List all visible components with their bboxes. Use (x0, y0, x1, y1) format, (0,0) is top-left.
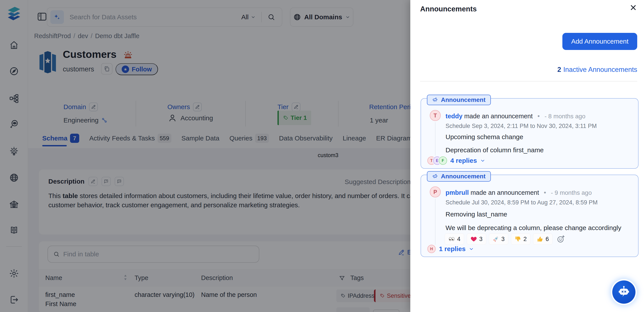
megaphone-icon (432, 97, 438, 103)
avatar: P (430, 187, 441, 197)
thumbs-up-emoji-icon (537, 236, 543, 242)
announcement-card: T teddy made an announcement • - 8 month… (420, 98, 638, 169)
reactions-row: 4 3 3 2 6 (445, 233, 565, 245)
eyes-emoji-icon (448, 236, 455, 242)
add-reaction-button[interactable] (556, 235, 565, 243)
thumbs-down-emoji-icon (515, 236, 521, 242)
reaction-thumbs-up[interactable]: 6 (533, 233, 552, 245)
heart-emoji-icon (470, 236, 477, 242)
author-link[interactable]: teddy (446, 113, 462, 120)
replies-toggle[interactable]: 1 replies (439, 245, 474, 253)
add-announcement-button[interactable]: Add Announcement (562, 33, 637, 50)
inactive-announcements-link[interactable]: 2Inactive Announcements (557, 66, 637, 74)
chatbot-button[interactable] (612, 280, 636, 304)
reply-avatar: F (439, 157, 447, 165)
announcement-body: Deprecation of column first_name (446, 146, 544, 154)
replies-toggle[interactable]: 4 replies (450, 157, 485, 164)
schedule-text: Schedule Jul 30, 2024, 8:59 PM to Aug 27… (446, 199, 598, 206)
rocket-emoji-icon (492, 236, 499, 242)
timestamp: - 9 months ago (551, 189, 592, 196)
announcement-title: Removing last_name (446, 211, 507, 218)
announcement-badge: Announcement (427, 95, 491, 105)
chevron-down-icon (480, 158, 485, 163)
timestamp: - 8 months ago (544, 113, 585, 120)
author-link[interactable]: pmbrull (446, 189, 469, 196)
add-reaction-smiley-icon (556, 235, 565, 243)
announcement-card: P pmbrull made an announcement • - 9 mon… (420, 175, 638, 257)
panel-title: Announcements (420, 5, 477, 13)
schedule-text: Schedule Sep 3, 2024, 2:11 PM to Nov 30,… (446, 123, 597, 129)
announcements-panel: Announcements × Add Announcement 2Inacti… (410, 0, 644, 312)
reply-avatar: H (427, 245, 436, 253)
reaction-eyes[interactable]: 4 (445, 233, 464, 245)
megaphone-icon (432, 173, 438, 180)
chevron-down-icon (469, 246, 474, 251)
announcement-body: We will be deprecating a column, please … (446, 224, 621, 232)
announcement-badge: Announcement (427, 171, 491, 182)
close-icon[interactable]: × (630, 2, 636, 13)
reaction-rocket[interactable]: 3 (489, 233, 508, 245)
reaction-thumbs-down[interactable]: 2 (511, 233, 530, 245)
thread-line (435, 199, 436, 245)
thread-line (435, 122, 436, 155)
avatar: T (430, 110, 441, 121)
panel-divider (420, 81, 637, 82)
inactive-count: 2 (557, 66, 561, 73)
robot-icon (617, 285, 631, 299)
announcement-title: Upcoming schema change (446, 133, 523, 141)
announcement-meta: pmbrull made an announcement • - 9 month… (446, 189, 592, 196)
announcement-meta: teddy made an announcement • - 8 months … (446, 113, 585, 120)
app-root: All All Domains RedshiftProd/dev/Demo db… (0, 0, 644, 312)
reaction-heart[interactable]: 3 (467, 233, 486, 245)
